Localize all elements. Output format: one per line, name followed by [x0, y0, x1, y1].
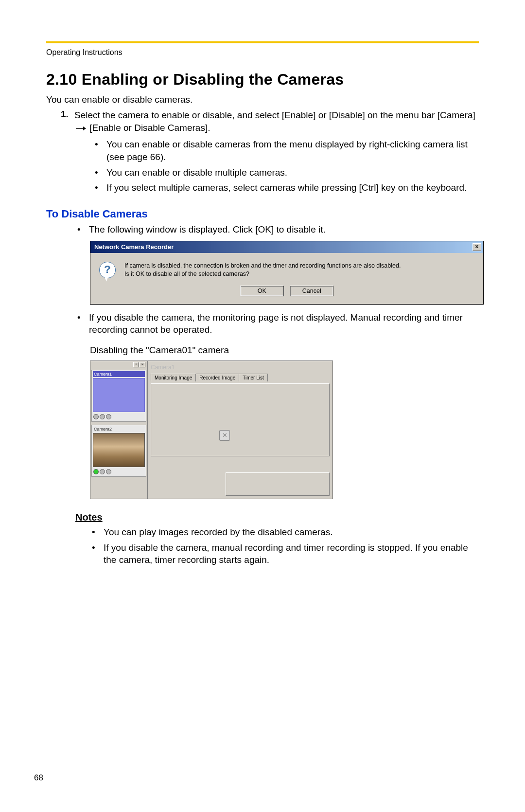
app-screenshot: ▫ × Camera1 Camera2 Camera1 Monitoring I [90, 361, 333, 499]
arrow-icon [75, 122, 86, 135]
status-dot-icon [100, 414, 105, 419]
intro-text: You can enable or disable cameras. [46, 94, 479, 105]
header-accent-bar [46, 41, 479, 43]
bullet-marker: • [90, 526, 104, 539]
dialog-titlebar: Network Camera Recorder × [90, 241, 483, 253]
status-dot-icon [106, 469, 111, 474]
step-number: 1. [61, 109, 74, 197]
bullet-marker: • [93, 138, 106, 163]
inner-bullet-3: If you select multiple cameras, select c… [106, 181, 479, 194]
camera-name-label: Camera2 [93, 426, 145, 432]
question-icon: ? [99, 262, 116, 278]
bullet-marker: • [93, 181, 106, 194]
page-number: 68 [34, 773, 43, 783]
step-text-part-a: Select the camera to enable or disable, … [74, 110, 475, 120]
confirmation-dialog: Network Camera Recorder × ? If camera is… [90, 241, 484, 305]
bullet-marker: • [90, 541, 104, 566]
disable-bullet-pre: The following window is displayed. Click… [89, 223, 479, 236]
notes-heading: Notes [75, 512, 479, 523]
dialog-line-1: If camera is disabled, the connection is… [124, 262, 401, 271]
running-header: Operating Instructions [46, 48, 479, 57]
disable-bullet-post: If you disable the camera, the monitorin… [89, 311, 479, 336]
inner-bullet-1: You can enable or disable cameras from t… [106, 138, 479, 163]
dialog-title: Network Camera Recorder [94, 243, 174, 251]
cancel-button[interactable]: Cancel [290, 286, 333, 296]
disabled-camera-label: Camera1 [151, 364, 330, 371]
status-dot-icon [106, 414, 111, 419]
lower-panel [226, 472, 330, 496]
dialog-line-2: Is it OK to disable all of the selected … [124, 270, 401, 279]
subsection-heading: To Disable Cameras [46, 208, 479, 220]
note-1: You can play images recorded by the disa… [104, 526, 479, 539]
close-icon[interactable]: × [472, 243, 481, 251]
bullet-marker: • [75, 223, 89, 236]
note-2: If you disable the camera, manual record… [104, 541, 479, 566]
bullet-marker: • [75, 311, 89, 336]
ok-button[interactable]: OK [240, 286, 284, 296]
section-title: 2.10 Enabling or Disabling the Cameras [46, 71, 479, 89]
status-dot-icon [93, 469, 99, 474]
figure-caption: Disabling the "Camera01" camera [90, 345, 479, 356]
camera-list-sidebar: ▫ × Camera1 Camera2 [90, 361, 148, 499]
dialog-message: If camera is disabled, the connection is… [124, 262, 401, 279]
camera-thumbnail-disabled [93, 378, 145, 412]
tab-monitoring-image[interactable]: Monitoring Image [151, 374, 196, 381]
sidebar-close-icon[interactable]: × [140, 362, 145, 367]
camera-tile-1[interactable]: Camera1 [91, 370, 146, 422]
sidebar-button-icon[interactable]: ▫ [133, 362, 139, 367]
svg-marker-1 [83, 126, 86, 130]
status-dot-icon [100, 469, 105, 474]
content-area: ✕ [151, 383, 330, 456]
camera-tile-2[interactable]: Camera2 [91, 425, 146, 477]
main-panel: Camera1 Monitoring Image Recorded Image … [148, 361, 332, 499]
bullet-marker: • [93, 166, 106, 179]
tab-recorded-image[interactable]: Recorded Image [195, 374, 239, 381]
tab-timer-list[interactable]: Timer List [239, 374, 268, 381]
camera-thumbnail-live [93, 433, 145, 467]
no-image-icon: ✕ [219, 430, 230, 441]
step-text-part-b: [Enable or Disable Cameras]. [89, 123, 210, 133]
step-content: Select the camera to enable or disable, … [74, 109, 479, 197]
inner-bullet-2: You can enable or disable multiple camer… [106, 166, 479, 179]
camera-name-label: Camera1 [93, 371, 145, 377]
status-dot-icon [93, 414, 99, 419]
